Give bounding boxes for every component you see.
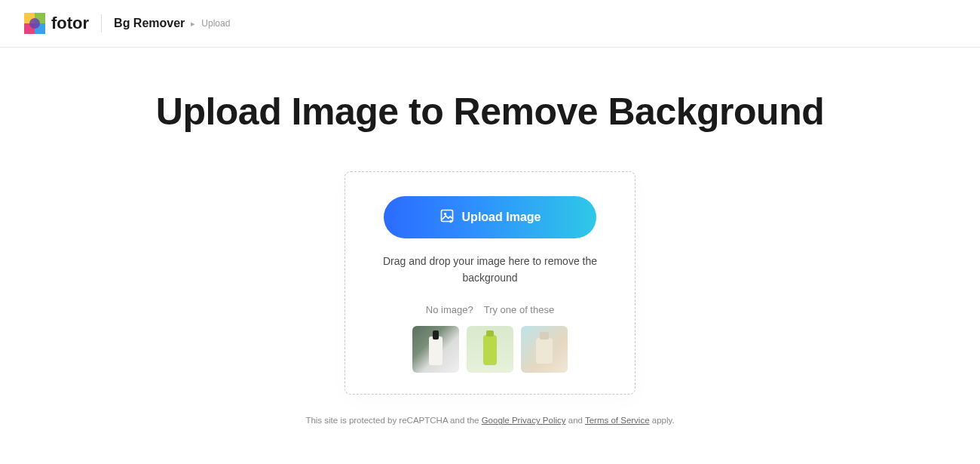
svg-point-6 bbox=[443, 213, 446, 215]
sample-image-2[interactable] bbox=[467, 326, 513, 373]
sample-prompt-row: No image? Try one of these bbox=[426, 304, 554, 315]
dropzone-hint: Drag and drop your image here to remove … bbox=[369, 254, 611, 286]
no-image-label: No image? bbox=[426, 304, 473, 315]
upload-dropzone[interactable]: Upload Image Drag and drop your image he… bbox=[345, 171, 635, 395]
recaptcha-notice: This site is protected by reCAPTCHA and … bbox=[305, 416, 674, 425]
recaptcha-suffix: apply. bbox=[652, 416, 675, 425]
brand-logo[interactable]: fotor bbox=[24, 13, 89, 34]
header-divider bbox=[101, 14, 102, 32]
app-header: fotor Bg Remover ▸ Upload bbox=[0, 0, 980, 48]
brand-name: fotor bbox=[51, 14, 89, 33]
sample-image-1[interactable] bbox=[412, 326, 459, 373]
chevron-right-icon: ▸ bbox=[191, 19, 195, 29]
breadcrumb: Bg Remover ▸ Upload bbox=[114, 17, 230, 30]
svg-rect-5 bbox=[441, 210, 452, 222]
upload-image-icon bbox=[439, 208, 455, 226]
privacy-policy-link[interactable]: Google Privacy Policy bbox=[482, 416, 566, 425]
recaptcha-prefix: This site is protected by reCAPTCHA and … bbox=[305, 416, 481, 425]
upload-image-button[interactable]: Upload Image bbox=[384, 196, 596, 238]
sample-thumbnails bbox=[412, 326, 568, 373]
breadcrumb-section[interactable]: Bg Remover bbox=[114, 17, 185, 30]
try-one-label: Try one of these bbox=[484, 304, 554, 315]
fotor-logo-icon bbox=[24, 13, 45, 34]
svg-point-4 bbox=[29, 18, 40, 29]
breadcrumb-page: Upload bbox=[201, 18, 230, 29]
sample-image-3[interactable] bbox=[521, 326, 568, 373]
recaptcha-and: and bbox=[568, 416, 585, 425]
upload-button-label: Upload Image bbox=[462, 210, 541, 224]
page-title: Upload Image to Remove Background bbox=[156, 90, 824, 134]
terms-of-service-link[interactable]: Terms of Service bbox=[585, 416, 650, 425]
main-content: Upload Image to Remove Background Upload… bbox=[0, 48, 980, 425]
